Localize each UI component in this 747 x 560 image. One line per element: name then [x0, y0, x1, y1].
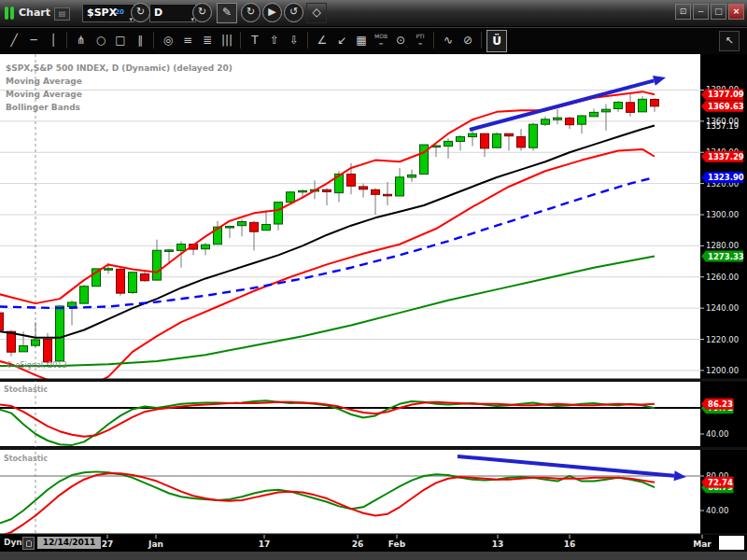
candle-body	[226, 227, 234, 229]
candle-body	[408, 175, 416, 177]
price-badge-label: 1337.29	[708, 152, 744, 161]
window-bottom-edge	[0, 552, 747, 560]
price-badge-label: 86.23	[708, 399, 733, 409]
candle-body	[250, 222, 259, 231]
chart-window: Chart ▤ $SPX 20 ▾ D ▾ ↻↻✎↻▶↺◇ ⊡−□× ╱─│⋔○…	[0, 0, 747, 560]
candle-body	[141, 273, 149, 280]
candle-body	[493, 134, 501, 148]
price-tick-label: 1300.00	[706, 210, 739, 219]
chart-legend: $SPX,S&P 500 INDEX, D (Dynamic) (delayed…	[6, 62, 233, 114]
candle-body	[7, 331, 16, 352]
pane-separator	[0, 447, 747, 450]
stochastic-tick-label: 40.00	[706, 429, 728, 439]
stochastic1-label: Stochastic	[4, 385, 48, 394]
price-tick-label: 1260.00	[706, 273, 739, 282]
candle-body	[20, 346, 28, 352]
legend-bollinger-line: Bollinger Bands	[6, 101, 233, 114]
candle-body	[614, 102, 623, 108]
candle-body	[347, 175, 356, 187]
candle-body	[639, 99, 647, 112]
start-date-badge[interactable]: 12/14/2011	[37, 537, 101, 549]
legend-ma2-line: Moving Average	[6, 88, 233, 101]
price-tick-label: 1280.00	[706, 241, 739, 250]
price-tick-label: 1200.00	[706, 366, 739, 375]
candle-body	[56, 306, 64, 361]
candle-body	[444, 141, 453, 146]
candle-body	[590, 112, 599, 117]
candle-body	[202, 245, 210, 249]
candle-body	[177, 245, 186, 251]
stochastic2-label: Stochastic	[4, 455, 48, 463]
time-axis-bar: Dyn 12/14/2011	[0, 535, 747, 552]
candle-body	[287, 192, 295, 203]
pane-separator	[0, 379, 747, 382]
candle-body	[517, 137, 526, 147]
candle-body	[372, 189, 380, 194]
candle-body	[165, 250, 174, 252]
candle-body	[262, 225, 271, 231]
candle-body	[117, 269, 125, 293]
dyn-mode-toggle[interactable]: Dyn	[4, 538, 22, 547]
candle-body	[68, 302, 77, 307]
candle-body	[275, 203, 283, 224]
candle-body	[359, 187, 368, 189]
candle-body	[602, 109, 611, 112]
candle-body	[129, 273, 137, 293]
price-badge-label: 1273.33	[708, 252, 744, 261]
last-ma-value-label: 1357.19	[706, 121, 739, 131]
candle-body	[153, 250, 162, 280]
candle-body	[627, 103, 635, 113]
legend-ma1-line: Moving Average	[6, 75, 233, 88]
copyright-label: © eSignal, 2012	[6, 361, 66, 370]
price-badge-label: 1377.09	[708, 90, 744, 99]
candle-body	[105, 269, 113, 271]
candle-body	[323, 189, 331, 191]
lock-icon[interactable]	[22, 537, 35, 550]
candle-body	[396, 177, 404, 196]
candle-body	[469, 133, 477, 136]
candle-body	[566, 119, 574, 125]
price-badge-label: 1369.63	[708, 102, 744, 111]
candle-body	[481, 133, 489, 148]
candle-body	[238, 222, 247, 226]
candle-body	[578, 116, 586, 124]
candle-body	[457, 137, 465, 142]
candle-body	[44, 340, 52, 362]
candle-body	[384, 194, 392, 196]
candle-body	[529, 124, 538, 147]
candle-body	[651, 99, 659, 105]
candle-body	[505, 133, 514, 136]
price-tick-label: 1220.00	[706, 335, 739, 344]
price-badge-label: 72.74	[708, 478, 733, 487]
candle-body	[80, 287, 89, 303]
price-tick-label: 1240.00	[706, 303, 739, 313]
candle-body	[542, 119, 550, 124]
stochastic2-pane	[0, 450, 700, 534]
candle-body	[299, 190, 307, 192]
candle-body	[554, 118, 562, 119]
candle-body	[32, 340, 40, 345]
legend-symbol-line: $SPX,S&P 500 INDEX, D (Dynamic) (delayed…	[6, 62, 233, 75]
candle-body	[0, 313, 4, 330]
price-badge-label: 1323.90	[708, 173, 744, 182]
stochastic-tick-label: 40.00	[706, 506, 728, 515]
